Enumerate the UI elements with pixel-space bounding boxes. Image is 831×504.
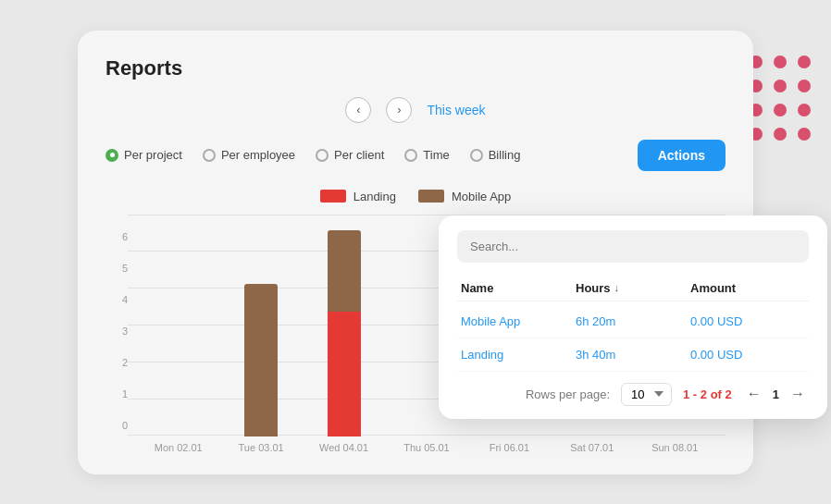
x-label: Thu 05.01	[385, 442, 467, 453]
dot	[774, 80, 787, 92]
page-nav: ← 1 →	[743, 384, 809, 404]
radio-dot-per-client	[316, 149, 329, 162]
dot	[774, 104, 787, 117]
rows-per-page-label: Rows per page:	[526, 387, 610, 401]
td-hours-0: 6h 20m	[576, 314, 690, 328]
x-label: Sun 08.01	[634, 442, 716, 453]
pagination-row: Rows per page: 10 5 25 50 1 - 2 of 2 ← 1…	[457, 383, 809, 406]
radio-dot-per-employee	[203, 149, 216, 162]
bar-group	[316, 215, 372, 436]
radio-dot-time	[404, 149, 417, 162]
bar-group	[233, 215, 289, 436]
x-label: Fri 06.01	[468, 442, 551, 453]
legend-landing: Landing	[320, 190, 396, 203]
y-label-6: 6	[105, 231, 128, 242]
prev-period-button[interactable]: ‹	[345, 97, 371, 123]
dot	[798, 128, 811, 141]
x-labels: Mon 02.01Tue 03.01Wed 04.01Thu 05.01Fri …	[128, 436, 726, 453]
nav-row: ‹ › This week	[105, 97, 726, 123]
next-period-button[interactable]: ›	[386, 97, 412, 123]
chart-legend: Landing Mobile App	[105, 190, 726, 203]
filter-per-client[interactable]: Per client	[316, 148, 384, 162]
dot	[798, 80, 811, 92]
radio-dot-per-project	[105, 149, 118, 162]
dot	[774, 128, 787, 141]
filter-per-employee-label: Per employee	[221, 148, 295, 162]
search-input[interactable]	[457, 230, 809, 263]
dot	[798, 55, 811, 68]
filter-billing-label: Billing	[489, 148, 521, 162]
dot	[798, 104, 811, 117]
y-label-5: 5	[105, 263, 128, 274]
y-label-4: 4	[105, 294, 128, 305]
period-label[interactable]: This week	[427, 103, 485, 117]
y-axis: 6 5 4 3 2 1 0	[105, 231, 128, 453]
td-name-0: Mobile App	[461, 314, 576, 328]
y-label-1: 1	[105, 388, 128, 400]
filter-time[interactable]: Time	[404, 148, 449, 162]
y-label-0: 0	[105, 420, 128, 431]
prev-page-button[interactable]: ←	[743, 384, 765, 404]
td-hours-1: 3h 40m	[576, 348, 690, 362]
x-label: Wed 04.01	[303, 442, 385, 453]
page-title: Reports	[105, 56, 726, 80]
table-card: Name Hours ↓ Amount Mobile App 6h 20m 0.…	[439, 215, 827, 419]
dot	[774, 55, 787, 68]
th-hours[interactable]: Hours ↓	[576, 281, 690, 295]
next-page-button[interactable]: →	[787, 384, 809, 404]
bar-mobile	[244, 284, 278, 436]
radio-dot-billing	[470, 149, 483, 162]
filter-per-employee[interactable]: Per employee	[203, 148, 295, 162]
filter-per-project[interactable]: Per project	[105, 148, 182, 162]
sort-icon: ↓	[614, 282, 620, 293]
filter-row: Per project Per employee Per client Time…	[105, 140, 726, 171]
legend-swatch-landing	[320, 190, 346, 203]
legend-label-landing: Landing	[353, 190, 396, 203]
filter-billing[interactable]: Billing	[470, 148, 521, 162]
table-row: Mobile App 6h 20m 0.00 USD	[457, 305, 809, 338]
actions-button[interactable]: Actions	[638, 140, 726, 171]
filter-per-project-label: Per project	[124, 148, 182, 162]
legend-swatch-mobile-app	[418, 190, 444, 203]
main-card: Reports ‹ › This week Per project Per em…	[78, 31, 753, 474]
table-row: Landing 3h 40m 0.00 USD	[457, 338, 809, 372]
filter-per-client-label: Per client	[334, 148, 384, 162]
bar-landing	[328, 312, 361, 436]
td-name-1: Landing	[461, 348, 576, 362]
th-name: Name	[461, 281, 576, 295]
filter-time-label: Time	[423, 148, 449, 162]
x-label: Mon 02.01	[137, 442, 219, 453]
x-label: Tue 03.01	[219, 442, 302, 453]
rows-per-page-select[interactable]: 10 5 25 50	[621, 383, 672, 406]
td-amount-0: 0.00 USD	[690, 314, 805, 328]
table-header: Name Hours ↓ Amount	[457, 276, 809, 301]
legend-label-mobile-app: Mobile App	[452, 190, 511, 203]
y-label-3: 3	[105, 326, 128, 337]
legend-mobile-app: Mobile App	[418, 190, 511, 203]
x-label: Sat 07.01	[551, 442, 633, 453]
y-label-2: 2	[105, 357, 128, 368]
page-range-label: 1 - 2 of 2	[683, 387, 732, 401]
bar-mobile	[328, 230, 361, 312]
page-number: 1	[773, 387, 779, 401]
td-amount-1: 0.00 USD	[690, 348, 805, 362]
th-amount: Amount	[690, 281, 805, 295]
bar-group	[151, 215, 206, 436]
